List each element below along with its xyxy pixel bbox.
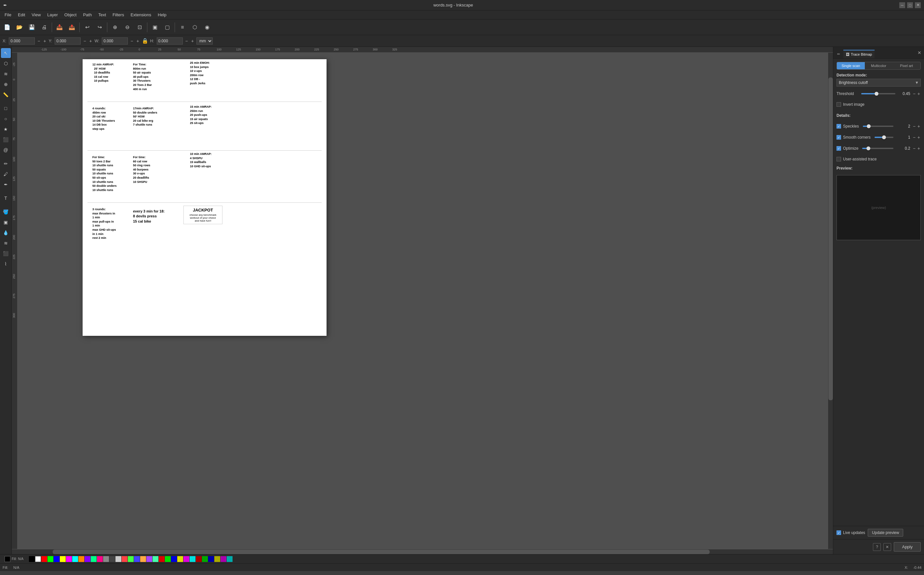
- w-plus-btn[interactable]: +: [136, 38, 139, 44]
- swatch-white[interactable]: [35, 556, 41, 562]
- swatch-magenta[interactable]: [66, 556, 72, 562]
- apply-btn[interactable]: Apply: [894, 542, 921, 551]
- tool-measure[interactable]: 📏: [1, 90, 11, 100]
- speckles-track[interactable]: [863, 125, 894, 127]
- swatch-peach[interactable]: [140, 556, 146, 562]
- node-btn[interactable]: ⬡: [189, 21, 201, 33]
- threshold-minus-btn[interactable]: −: [912, 91, 916, 96]
- menu-help[interactable]: Help: [154, 10, 170, 19]
- smooth-corners-plus-btn[interactable]: +: [917, 135, 921, 140]
- vertical-scrollbar-thumb[interactable]: [828, 78, 833, 400]
- menu-path[interactable]: Path: [80, 10, 95, 19]
- swatch-teal2[interactable]: [227, 556, 233, 562]
- y-plus-btn[interactable]: +: [89, 38, 93, 44]
- x-minus-btn[interactable]: −: [37, 38, 41, 44]
- smooth-corners-checkbox[interactable]: ✓: [837, 135, 841, 140]
- swatch-gray[interactable]: [103, 556, 109, 562]
- smooth-corners-minus-btn[interactable]: −: [912, 135, 916, 140]
- tool-3d[interactable]: ⬛: [1, 135, 11, 145]
- swatch-darkgreen[interactable]: [165, 556, 171, 562]
- h-minus-btn[interactable]: −: [185, 38, 189, 44]
- print-btn[interactable]: 🖨: [38, 21, 50, 33]
- import-btn[interactable]: 📥: [54, 21, 65, 33]
- swatch-navy[interactable]: [208, 556, 214, 562]
- swatch-darkblue[interactable]: [171, 556, 177, 562]
- swatch-green[interactable]: [48, 556, 53, 562]
- smooth-corners-thumb[interactable]: [882, 135, 886, 139]
- invert-image-checkbox[interactable]: [837, 102, 841, 107]
- tool-node[interactable]: ⬡: [1, 59, 11, 68]
- menu-file[interactable]: File: [1, 10, 15, 19]
- tool-star[interactable]: ★: [1, 124, 11, 134]
- tool-gradient[interactable]: ▣: [1, 218, 11, 227]
- tool-tweak[interactable]: ≋: [1, 69, 11, 79]
- tool-zoom[interactable]: ⊕: [1, 79, 11, 89]
- align-btn[interactable]: ≡: [177, 21, 188, 33]
- redo-btn[interactable]: ↪: [94, 21, 105, 33]
- tool-spray[interactable]: ≋: [1, 238, 11, 248]
- menu-view[interactable]: View: [28, 10, 44, 19]
- unit-select[interactable]: mm px in: [197, 37, 213, 44]
- tool-select[interactable]: ↖: [1, 48, 11, 58]
- speckles-thumb[interactable]: [867, 124, 871, 128]
- swatch-lightred[interactable]: [122, 556, 127, 562]
- x-plus-btn[interactable]: +: [43, 38, 47, 44]
- vertical-scrollbar[interactable]: [828, 53, 833, 549]
- tab-pixel-art[interactable]: Pixel art: [892, 62, 921, 69]
- speckles-minus-btn[interactable]: −: [912, 124, 916, 129]
- zoom-fit-btn[interactable]: ⊡: [134, 21, 145, 33]
- menu-text[interactable]: Text: [95, 10, 109, 19]
- swatch-khaki[interactable]: [214, 556, 220, 562]
- menu-edit[interactable]: Edit: [15, 10, 28, 19]
- menu-filters[interactable]: Filters: [109, 10, 127, 19]
- tool-ellipse[interactable]: ○: [1, 114, 11, 124]
- w-input[interactable]: [102, 37, 128, 44]
- minimize-btn[interactable]: ─: [899, 2, 905, 8]
- menu-object[interactable]: Object: [61, 10, 80, 19]
- help-btn[interactable]: ?: [873, 543, 881, 551]
- panel-close-btn[interactable]: ✕: [918, 50, 921, 55]
- swatch-orange[interactable]: [78, 556, 84, 562]
- maximize-btn[interactable]: □: [907, 2, 913, 8]
- speckles-plus-btn[interactable]: +: [917, 124, 921, 129]
- optimize-track[interactable]: [862, 148, 893, 149]
- reset-btn[interactable]: ✕: [883, 543, 891, 551]
- swatch-lightblue[interactable]: [134, 556, 140, 562]
- h-input[interactable]: [157, 37, 183, 44]
- tool-eraser[interactable]: ⬛: [1, 249, 11, 258]
- optimize-minus-btn[interactable]: −: [912, 146, 916, 151]
- swatch-darkmagenta[interactable]: [184, 556, 189, 562]
- detection-mode-select[interactable]: Brightness cutoff Edge detection Color q…: [837, 79, 921, 87]
- swatch-darkred[interactable]: [159, 556, 165, 562]
- fill-stroke-btn[interactable]: ◉: [201, 21, 213, 33]
- swatch-darkteal[interactable]: [190, 556, 195, 562]
- fill-color-swatch[interactable]: [5, 556, 10, 562]
- swatch-black[interactable]: [29, 556, 35, 562]
- tool-fill[interactable]: 🪣: [1, 207, 11, 217]
- optimize-checkbox[interactable]: ✓: [837, 146, 841, 151]
- swatch-purple2[interactable]: [220, 556, 227, 562]
- tool-dropper[interactable]: 💧: [1, 228, 11, 238]
- tab-trace-bitmap[interactable]: 🖼 Trace Bitmap: [843, 50, 875, 58]
- swatch-purple[interactable]: [84, 556, 90, 562]
- swatch-forest[interactable]: [202, 556, 208, 562]
- swatch-violet[interactable]: [146, 556, 152, 562]
- speckles-checkbox[interactable]: ✓: [837, 124, 841, 129]
- swatch-teal[interactable]: [91, 556, 97, 562]
- tab-multicolor[interactable]: Multicolor: [865, 62, 893, 69]
- swatch-light[interactable]: [116, 556, 121, 562]
- swatch-olive[interactable]: [177, 556, 183, 562]
- h-plus-btn[interactable]: +: [190, 38, 195, 44]
- swatch-cyan[interactable]: [72, 556, 78, 562]
- zoom-out-btn[interactable]: ⊖: [121, 21, 133, 33]
- swatch-maroon[interactable]: [196, 556, 202, 562]
- y-minus-btn[interactable]: −: [82, 38, 87, 44]
- close-btn[interactable]: ✕: [915, 2, 921, 8]
- zoom-in-btn[interactable]: ⊕: [109, 21, 120, 33]
- menu-layer[interactable]: Layer: [44, 10, 61, 19]
- ungroup-btn[interactable]: ▢: [161, 21, 173, 33]
- live-updates-checkbox[interactable]: ✓: [837, 531, 841, 535]
- y-input[interactable]: [55, 37, 81, 44]
- swatch-aqua[interactable]: [152, 556, 158, 562]
- optimize-plus-btn[interactable]: +: [917, 146, 921, 151]
